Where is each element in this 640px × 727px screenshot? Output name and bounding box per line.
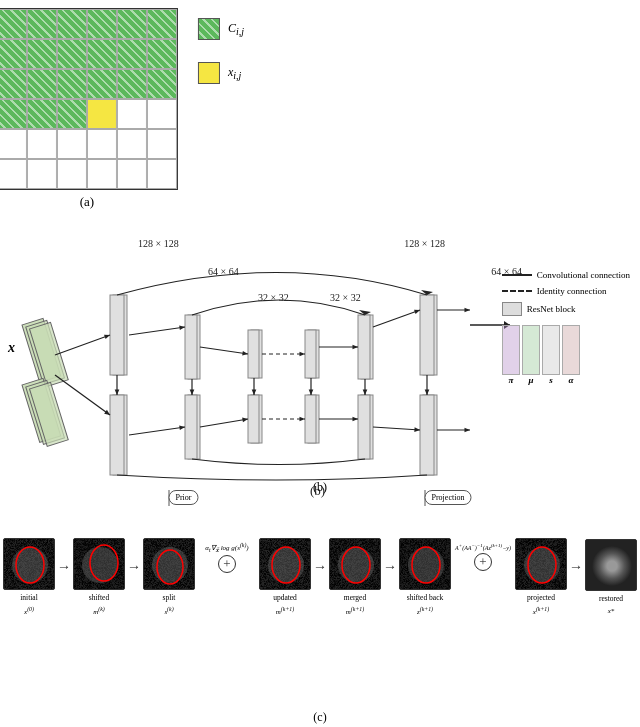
step-split-label: split	[163, 593, 176, 603]
prior-annotation-area: Prior	[169, 490, 170, 506]
dim-128-left: 128 × 128	[138, 238, 179, 249]
grid-cell-2-3	[87, 69, 117, 99]
initial-canvas	[4, 539, 55, 590]
step-projected-img	[515, 538, 567, 590]
grid-cell-1-5	[147, 39, 177, 69]
grid-cell-1-2	[57, 39, 87, 69]
grid-cell-5-2	[57, 159, 87, 189]
dim-32-left: 32 × 32	[258, 292, 289, 303]
part-a-label: (a)	[80, 194, 94, 210]
grid-cell-2-5	[147, 69, 177, 99]
step-split-sublabel: s(k)	[164, 606, 173, 616]
part-b-label: (b)	[313, 480, 327, 495]
plus-circle-1: +	[218, 555, 236, 573]
grid-cell-3-4	[117, 99, 147, 129]
grid-cell-2-0	[0, 69, 27, 99]
grid-cell-3-0	[0, 99, 27, 129]
part-c-label: (c)	[313, 710, 326, 725]
sym-mu-label: μ	[528, 375, 533, 385]
legend-conv-label: Convolutional connection	[537, 270, 630, 280]
legend-yellow-label: xi,j	[228, 65, 241, 81]
input-x-label: x	[8, 340, 15, 356]
step-shifted-sublabel: m(k)	[93, 606, 105, 616]
step-initial-label: initial	[20, 593, 38, 603]
grid-cell-0-4	[117, 9, 147, 39]
grid-cell-5-0	[0, 159, 27, 189]
grid-cell-4-4	[117, 129, 147, 159]
step-projected-label: projected	[527, 593, 555, 603]
step-shifted-back: Projection shifted back z(k+1)	[399, 538, 451, 616]
grid-cell-1-1	[27, 39, 57, 69]
grid-cell-5-1	[27, 159, 57, 189]
legend-item-yellow: xi,j	[198, 62, 244, 84]
grid-cell-3-2	[57, 99, 87, 129]
step-restored-img	[585, 539, 637, 591]
grid-cell-0-0	[0, 9, 27, 39]
grid-cell-4-5	[147, 129, 177, 159]
dim-32-right: 32 × 32	[330, 292, 361, 303]
grid-cell-3-1	[27, 99, 57, 129]
grid-cell-5-3	[87, 159, 117, 189]
step-initial-img	[3, 538, 55, 590]
step-shifted: shifted m(k)	[73, 538, 125, 616]
sym-alpha-box	[562, 325, 580, 375]
step-updated-sublabel: m(k+1)	[276, 606, 294, 616]
sym-mu-box	[522, 325, 540, 375]
step-shifted-back-label: shifted back	[407, 593, 443, 603]
part-a: (a) Ci,j xi,j	[0, 8, 244, 190]
arrow-3: →	[313, 559, 327, 575]
arrow-4: →	[383, 559, 397, 575]
legend-yellow-box	[198, 62, 220, 84]
projected-canvas	[516, 539, 567, 590]
legend-green-label: Ci,j	[228, 21, 244, 37]
legend-green-box	[198, 18, 220, 40]
sym-pi-box	[502, 325, 520, 375]
dim-64-right: 64 × 64	[491, 266, 522, 277]
shifted-back-canvas	[400, 539, 451, 590]
grid-cell-5-4	[117, 159, 147, 189]
output-symbols: π μ s α	[502, 325, 580, 385]
restored-canvas	[586, 540, 637, 591]
updated-canvas	[260, 539, 311, 590]
projection-plus-group: A+(AA−)−1(Az(k+1)−y) +	[453, 543, 513, 591]
dim-64-left: 64 × 64	[208, 266, 239, 277]
grid-cell-0-5	[147, 9, 177, 39]
step-merged-label: merged	[344, 593, 366, 603]
sym-s-label: s	[549, 375, 553, 385]
grid-cell-4-0	[0, 129, 27, 159]
grid-cell-3-5	[147, 99, 177, 129]
legend-identity-label: Identity connection	[537, 286, 607, 296]
grid-cell-2-4	[117, 69, 147, 99]
grid-cell-1-3	[87, 39, 117, 69]
step-merged-sublabel: m(k+1)	[346, 606, 364, 616]
step-restored-sublabel: x*	[608, 607, 615, 615]
step-split-img	[143, 538, 195, 590]
plus-circle-2: +	[474, 553, 492, 571]
grid-diagram	[0, 8, 178, 190]
grid-cell-0-2	[57, 9, 87, 39]
step-split: Prior split s(k)	[143, 538, 195, 616]
grid-cell-2-2	[57, 69, 87, 99]
step-restored: restored x*	[585, 539, 637, 615]
grid-cell-4-2	[57, 129, 87, 159]
legend-identity: Identity connection	[502, 286, 630, 296]
step-initial: initial x(0)	[3, 538, 55, 616]
prior-plus-group: αt∇x̃ log g(s(k)) +	[197, 541, 257, 593]
step-restored-label: restored	[599, 594, 623, 604]
legend-resnet: ResNet block	[502, 302, 630, 316]
step-updated-img	[259, 538, 311, 590]
grid-cell-1-4	[117, 39, 147, 69]
shifted-canvas	[74, 539, 125, 590]
legend-resnet-label: ResNet block	[527, 304, 576, 314]
grid-cell-5-5	[147, 159, 177, 189]
step-shifted-label: shifted	[89, 593, 109, 603]
legend-item-green: Ci,j	[198, 18, 244, 40]
arrow-2: →	[127, 559, 141, 575]
arrow-1: →	[57, 559, 71, 575]
step-shifted-back-sublabel: z(k+1)	[417, 606, 433, 616]
projection-box: Projection	[425, 490, 472, 505]
step-updated-label: updated	[273, 593, 297, 603]
step-merged: merged m(k+1)	[329, 538, 381, 616]
grid-cell-1-0	[0, 39, 27, 69]
prior-box: Prior	[169, 490, 199, 505]
